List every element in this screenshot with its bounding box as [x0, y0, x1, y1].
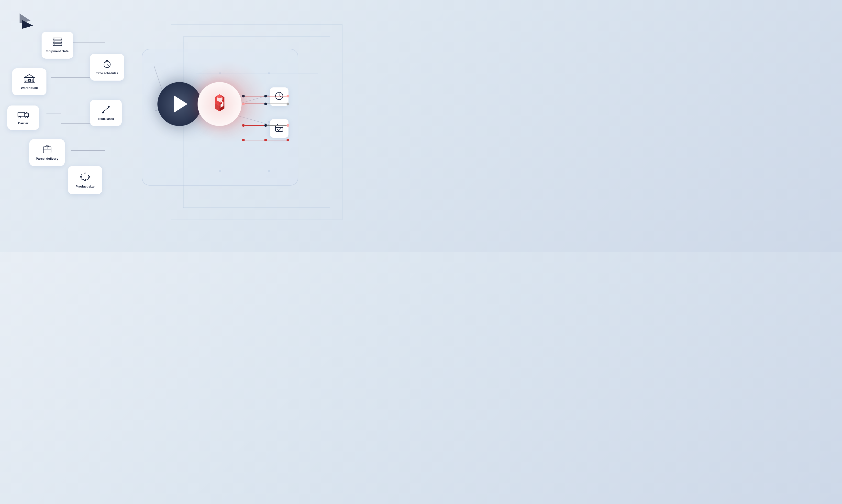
svg-rect-39: [53, 38, 62, 40]
shipment-data-icon: [53, 37, 62, 47]
warehouse-label: Warehouse: [21, 86, 38, 90]
svg-point-70: [108, 106, 110, 107]
svg-marker-45: [24, 74, 34, 77]
carrier-node: Carrier: [7, 106, 39, 130]
product-size-node: Product size: [68, 166, 102, 194]
svg-line-68: [105, 62, 106, 62]
shipment-data-node: Shipment Data: [41, 32, 73, 59]
output-line-2: [242, 103, 289, 105]
time-schedules-icon: [103, 59, 111, 70]
trade-lanes-node: Trade lanes: [90, 100, 122, 126]
time-schedules-label: Time schedules: [96, 72, 118, 75]
shipment-data-label: Shipment Data: [46, 49, 68, 53]
output-line-3: [242, 124, 289, 127]
parcel-delivery-node: Parcel delivery: [29, 139, 65, 166]
calendar-output-node: [270, 119, 289, 138]
output-line-4: [242, 139, 289, 141]
product-size-label: Product size: [75, 185, 94, 189]
play-icon: [174, 95, 188, 112]
product-size-icon: [80, 172, 90, 183]
svg-point-69: [102, 112, 104, 113]
warehouse-node: Warehouse: [12, 68, 47, 95]
svg-rect-58: [82, 174, 88, 179]
warehouse-icon: [24, 74, 35, 84]
output-line-1: [242, 95, 289, 97]
svg-line-65: [107, 65, 108, 66]
trade-lanes-label: Trade lanes: [98, 117, 114, 121]
trade-lanes-icon: [101, 105, 110, 116]
time-schedules-node: Time schedules: [90, 54, 124, 80]
svg-rect-52: [18, 112, 25, 117]
brand-logo-circle: [197, 82, 242, 126]
svg-rect-40: [53, 41, 62, 43]
carrier-label: Carrier: [18, 121, 29, 126]
parcel-delivery-label: Parcel delivery: [36, 157, 58, 161]
app-logo: [15, 10, 37, 32]
carrier-icon: [17, 110, 29, 120]
parcel-icon: [43, 145, 52, 155]
svg-rect-41: [53, 44, 62, 46]
svg-rect-51: [25, 81, 33, 82]
